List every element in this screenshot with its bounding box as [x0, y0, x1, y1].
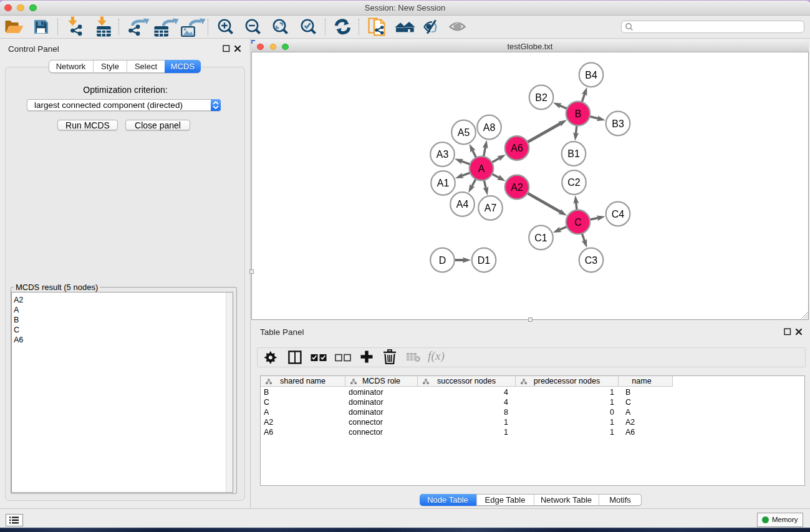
svg-text:A8: A8 — [483, 122, 496, 133]
svg-text:A6: A6 — [511, 143, 523, 153]
svg-text:B1: B1 — [567, 148, 580, 159]
svg-text:D1: D1 — [478, 255, 491, 266]
svg-text:B2: B2 — [535, 92, 547, 103]
svg-text:A2: A2 — [511, 182, 523, 193]
svg-text:C4: C4 — [612, 209, 625, 220]
svg-text:A1: A1 — [437, 178, 450, 188]
svg-text:C1: C1 — [534, 233, 547, 243]
svg-text:A3: A3 — [436, 149, 449, 160]
svg-text:A4: A4 — [456, 199, 469, 210]
svg-text:C2: C2 — [567, 177, 581, 188]
svg-text:B3: B3 — [612, 118, 624, 129]
svg-text:B4: B4 — [585, 70, 597, 80]
svg-text:A5: A5 — [458, 127, 470, 138]
svg-text:D: D — [439, 255, 446, 266]
svg-text:C: C — [574, 217, 582, 228]
svg-text:A: A — [478, 163, 485, 174]
svg-text:A7: A7 — [485, 203, 497, 213]
svg-text:C3: C3 — [585, 255, 598, 266]
svg-text:B: B — [575, 109, 582, 119]
